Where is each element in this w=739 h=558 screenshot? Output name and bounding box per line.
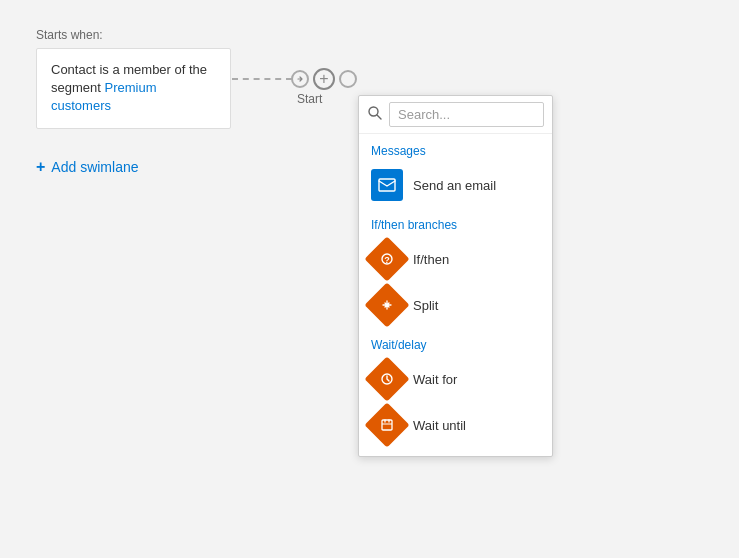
action-picker-panel: Messages Send an email If/then branches [358,95,553,457]
add-swimlane-icon: + [36,158,45,176]
menu-item-ifthen[interactable]: ? If/then [359,236,552,282]
connector: + [232,68,357,90]
send-email-label: Send an email [413,178,496,193]
ifthen-icon: ? [364,236,409,281]
plus-node[interactable]: + [313,68,335,90]
panel-content: Messages Send an email If/then branches [359,134,552,456]
add-swimlane-label: Add swimlane [51,159,138,175]
svg-line-1 [377,115,381,119]
wait-for-label: Wait for [413,372,457,387]
section-ifthen-header: If/then branches [359,208,552,236]
menu-item-send-email[interactable]: Send an email [359,162,552,208]
email-icon [371,169,403,201]
wait-for-icon [364,356,409,401]
menu-item-wait-until[interactable]: Wait until [359,402,552,448]
wait-until-label: Wait until [413,418,466,433]
trigger-card: Contact is a member of the segment Premi… [36,48,231,129]
arrow-node [291,70,309,88]
menu-item-split[interactable]: Split [359,282,552,328]
dashed-connector [232,78,292,80]
starts-when-label: Starts when: [36,28,103,42]
section-messages-header: Messages [359,134,552,162]
ifthen-label: If/then [413,252,449,267]
search-bar [359,96,552,134]
wait-until-icon [364,402,409,447]
split-icon [364,282,409,327]
split-label: Split [413,298,438,313]
canvas: Starts when: Contact is a member of the … [0,0,739,558]
add-swimlane-button[interactable]: + Add swimlane [36,158,139,176]
end-node [339,70,357,88]
search-input[interactable] [389,102,544,127]
section-waitdelay-header: Wait/delay [359,328,552,356]
svg-rect-6 [382,420,392,430]
start-label: Start [297,92,322,106]
svg-text:?: ? [384,255,390,265]
search-icon [367,105,383,124]
menu-item-wait-for[interactable]: Wait for [359,356,552,402]
svg-rect-2 [379,179,395,191]
